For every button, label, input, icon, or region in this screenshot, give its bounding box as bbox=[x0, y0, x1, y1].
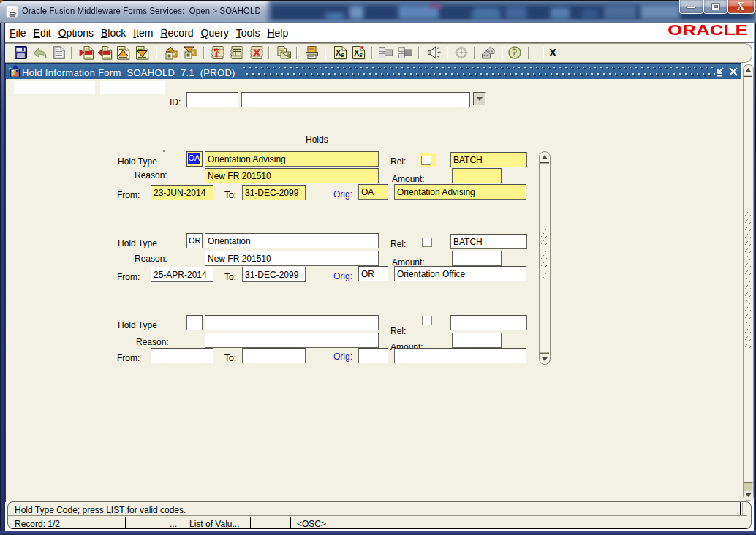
svg-text:?: ? bbox=[512, 48, 517, 58]
svg-text:s: s bbox=[359, 51, 363, 58]
svg-text:s: s bbox=[341, 51, 344, 58]
svg-text:?: ? bbox=[214, 47, 220, 59]
